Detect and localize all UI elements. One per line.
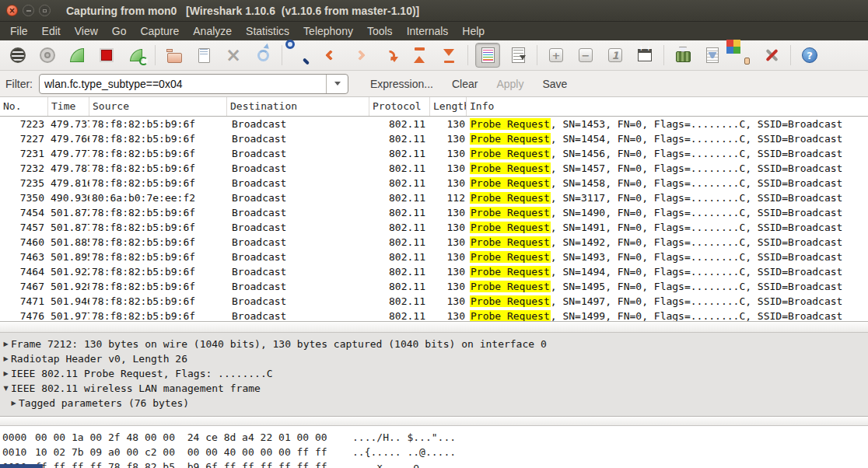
pane-splitter[interactable] (0, 321, 868, 333)
coloring-rules-icon[interactable] (730, 44, 754, 67)
close-file-icon[interactable] (222, 44, 245, 67)
goto-top-icon[interactable] (408, 44, 431, 67)
autoscroll-icon[interactable] (506, 44, 530, 67)
clear-button[interactable]: Clear (452, 78, 478, 90)
forward-icon[interactable] (348, 44, 372, 67)
detail-line[interactable]: ▶Frame 7212: 130 bytes on wire (1040 bit… (0, 337, 868, 351)
interfaces-icon[interactable] (6, 44, 30, 67)
packet-row[interactable]: 7235479.81678:f8:82:b5:b9:6fBroadcast802… (0, 176, 868, 190)
detail-line[interactable]: ▶IEEE 802.11 Probe Request, Flags: .....… (0, 366, 868, 381)
open-icon[interactable] (163, 44, 186, 67)
hex-ascii: ..{..... ..@..... (352, 446, 868, 461)
column-header-time[interactable]: Time (48, 97, 89, 116)
capture-stop-icon[interactable] (95, 44, 118, 67)
zoom-in-icon[interactable] (544, 44, 568, 67)
packet-list-header: No. Time Source Destination Protocol Len… (0, 97, 868, 117)
capture-filter-icon[interactable] (671, 44, 695, 67)
menu-internals[interactable]: Internals (400, 22, 456, 40)
menu-tools[interactable]: Tools (360, 22, 400, 40)
menu-help[interactable]: Help (455, 22, 492, 40)
detail-line[interactable]: ▶Tagged parameters (76 bytes) (0, 396, 868, 410)
menu-statistics[interactable]: Statistics (239, 22, 296, 40)
back-icon[interactable] (319, 44, 342, 67)
capture-options-icon[interactable] (36, 44, 59, 67)
hex-ascii: ..../H.. $..."... (352, 431, 868, 446)
packet-row[interactable]: 7232479.78778:f8:82:b5:b9:6fBroadcast802… (0, 161, 868, 176)
goto-bottom-icon[interactable] (437, 44, 460, 67)
capture-restart-icon[interactable] (124, 44, 148, 67)
packet-row[interactable]: 7476501.97778:f8:82:b5:b9:6fBroadcast802… (0, 309, 868, 321)
resize-columns-icon[interactable] (633, 44, 656, 67)
capture-start-icon[interactable] (65, 44, 89, 67)
maximize-button[interactable] (39, 5, 51, 16)
packet-row[interactable]: 7227479.76678:f8:82:b5:b9:6fBroadcast802… (0, 131, 868, 146)
menu-file[interactable]: File (3, 22, 35, 40)
apply-button: Apply (496, 78, 523, 90)
column-header-destination[interactable]: Destination (227, 97, 369, 116)
packet-row[interactable]: 7457501.87778:f8:82:b5:b9:6fBroadcast802… (0, 220, 868, 235)
filter-input[interactable] (40, 78, 326, 90)
collapse-arrow-icon[interactable]: ▼ (2, 385, 10, 392)
hex-line[interactable]: 0020ff ff ff ff 78 f8 82 b5 b9 6f ff ff … (2, 461, 868, 468)
hex-line[interactable]: 000000 00 1a 00 2f 48 00 00 24 ce 8d a4 … (2, 431, 868, 446)
display-filter-icon[interactable] (701, 44, 724, 67)
packet-row[interactable]: 7231479.77778:f8:82:b5:b9:6fBroadcast802… (0, 146, 868, 161)
window-title: Capturing from mon0 [Wireshark 1.10.6 (v… (66, 5, 419, 17)
zoom-100-icon[interactable] (604, 44, 627, 67)
packet-row[interactable]: 7460501.88578:f8:82:b5:b9:6fBroadcast802… (0, 235, 868, 250)
help-icon[interactable] (798, 44, 821, 67)
column-header-source[interactable]: Source (89, 97, 227, 116)
hex-line[interactable]: 001010 02 7b 09 a0 00 c2 00 00 00 40 00 … (2, 446, 868, 461)
detail-line[interactable]: ▶Radiotap Header v0, Length 26 (0, 351, 868, 366)
hex-bytes: ff ff ff ff 78 f8 82 b5 b9 6f ff ff ff f… (35, 461, 352, 468)
colorize-icon[interactable] (475, 43, 500, 68)
packet-details-pane: ▶Frame 7212: 130 bytes on wire (1040 bit… (0, 333, 868, 416)
packet-row[interactable]: 7223479.73778:f8:82:b5:b9:6fBroadcast802… (0, 117, 868, 131)
packet-row[interactable]: 7454501.87278:f8:82:b5:b9:6fBroadcast802… (0, 205, 868, 220)
packet-list: 7223479.73778:f8:82:b5:b9:6fBroadcast802… (0, 117, 868, 321)
packet-row[interactable]: 7467501.92878:f8:82:b5:b9:6fBroadcast802… (0, 279, 868, 294)
expand-arrow-icon[interactable]: ▶ (2, 341, 10, 348)
hex-ascii: ....x... .o...... (352, 461, 868, 468)
info-highlight: Probe Request (470, 192, 551, 204)
hex-bytes: 10 02 7b 09 a0 00 c2 00 00 00 40 00 00 0… (35, 446, 352, 461)
expand-arrow-icon[interactable]: ▶ (9, 400, 18, 407)
column-header-no[interactable]: No. (0, 97, 48, 116)
bottom-blue-strip (0, 464, 43, 468)
menu-analyze[interactable]: Analyze (186, 22, 239, 40)
save-button[interactable]: Save (542, 78, 567, 90)
close-button[interactable]: × (6, 5, 18, 16)
info-highlight: Probe Request (470, 162, 551, 174)
expand-arrow-icon[interactable]: ▶ (2, 370, 10, 377)
toolbar (0, 40, 868, 71)
menu-edit[interactable]: Edit (35, 22, 68, 40)
menu-go[interactable]: Go (105, 22, 134, 40)
info-highlight: Probe Request (470, 281, 551, 292)
menu-view[interactable]: View (68, 22, 105, 40)
zoom-out-icon[interactable] (574, 44, 597, 67)
packet-row[interactable]: 7350490.93680:6a:b0:7e:ee:f2Broadcast802… (0, 190, 868, 205)
packet-row[interactable]: 7464501.92278:f8:82:b5:b9:6fBroadcast802… (0, 264, 868, 279)
info-highlight: Probe Request (470, 207, 551, 218)
filter-dropdown-arrow-icon[interactable] (326, 75, 348, 93)
pane-splitter[interactable] (0, 416, 868, 426)
column-header-protocol[interactable]: Protocol (369, 97, 430, 116)
info-highlight: Probe Request (470, 133, 551, 145)
reload-icon[interactable] (251, 44, 275, 67)
column-header-length[interactable]: Length (430, 97, 467, 116)
expression-button[interactable]: Expression... (370, 78, 433, 90)
goto-packet-icon[interactable] (378, 44, 401, 67)
find-icon[interactable] (289, 44, 313, 67)
expand-arrow-icon[interactable]: ▶ (2, 355, 10, 362)
minimize-button[interactable] (23, 5, 34, 16)
preferences-icon[interactable] (760, 44, 783, 67)
titlebar: × Capturing from mon0 [Wireshark 1.10.6 … (0, 0, 868, 22)
packet-row[interactable]: 7463501.89578:f8:82:b5:b9:6fBroadcast802… (0, 250, 868, 264)
packet-row[interactable]: 7471501.94678:f8:82:b5:b9:6fBroadcast802… (0, 294, 868, 309)
column-header-info[interactable]: Info (467, 97, 868, 116)
menu-telephony[interactable]: Telephony (296, 22, 360, 40)
info-highlight: Probe Request (470, 236, 551, 248)
detail-line[interactable]: ▼IEEE 802.11 wireless LAN management fra… (0, 381, 868, 396)
save-icon[interactable] (192, 44, 215, 67)
menu-capture[interactable]: Capture (133, 22, 186, 40)
